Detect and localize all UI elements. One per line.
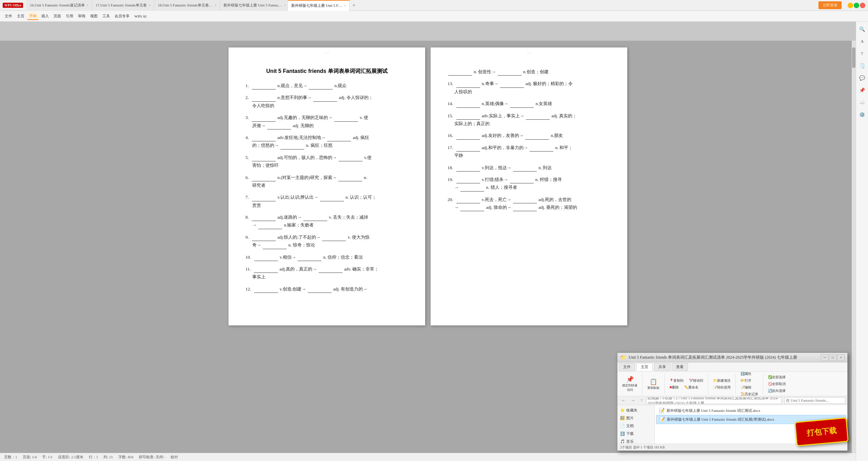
- minimize-button[interactable]: [848, 3, 853, 8]
- blank-18-1[interactable]: [456, 166, 480, 172]
- blank-3-2[interactable]: [334, 116, 358, 122]
- sidebar-font-icon[interactable]: A: [857, 37, 867, 46]
- blank-16-2[interactable]: [525, 134, 549, 140]
- fm-move-btn[interactable]: 📍 复制到: [667, 378, 686, 384]
- blank-11-1[interactable]: [254, 267, 278, 273]
- blank-1-1[interactable]: [252, 84, 276, 89]
- blank-9-2[interactable]: [322, 236, 346, 241]
- fm-ribbon-pin[interactable]: 📌 固定到快速访问: [620, 375, 639, 393]
- blank-17-2[interactable]: [530, 146, 553, 152]
- fm-properties-btn[interactable]: ℹ️ 属性: [738, 372, 760, 377]
- tab-4[interactable]: 新外研版七年级上册 Unit 5 Fantas… ×: [220, 0, 288, 11]
- fm-search-bar[interactable]: 在 Unit 5 Fantastic friends...: [784, 397, 845, 404]
- fm-file-1[interactable]: 📝 新外研版七年级上册 Unit 5 Fantastic friends 词汇测…: [656, 406, 846, 415]
- blank-13-2[interactable]: [500, 82, 524, 88]
- sidebar-settings-icon[interactable]: ⚙️: [857, 110, 867, 119]
- fm-path-bar[interactable]: 此电脑 › 3-试卷 › 2 › Unit 5 Fantastic friend…: [646, 397, 782, 404]
- fm-tab-home[interactable]: 主页: [636, 363, 653, 371]
- add-tab-button[interactable]: +: [350, 0, 358, 11]
- menu-insert[interactable]: 插入: [39, 13, 51, 20]
- sidebar-text-icon[interactable]: T: [857, 49, 867, 58]
- menu-view[interactable]: 视图: [88, 13, 100, 20]
- blank-4-3[interactable]: [280, 144, 304, 149]
- sidebar-note-icon[interactable]: 🗒️: [857, 61, 867, 71]
- download-badge[interactable]: 打包下载: [794, 417, 849, 446]
- tab-5-close[interactable]: ×: [344, 4, 346, 7]
- scroll-thumb[interactable]: [852, 47, 855, 68]
- login-button[interactable]: 立即登录: [818, 1, 842, 9]
- menu-file[interactable]: 文件: [3, 13, 14, 20]
- blank-3-3[interactable]: [267, 124, 291, 129]
- menu-reference[interactable]: 引用: [64, 13, 75, 20]
- fm-delete-btn[interactable]: ✖ 删除: [667, 384, 681, 390]
- fm-close-btn[interactable]: ×: [837, 354, 845, 361]
- blank-9-3[interactable]: [263, 244, 287, 249]
- sidebar-comment-icon[interactable]: 💬: [857, 73, 867, 83]
- wps-logo[interactable]: WPS Office: [3, 3, 23, 8]
- tab-5[interactable]: 新外研版七年级上册 Unit 5 F… ×: [288, 0, 350, 11]
- blank-8-1[interactable]: [252, 216, 276, 221]
- fm-up-btn[interactable]: ↑: [638, 397, 645, 404]
- vertical-scrollbar[interactable]: [852, 41, 856, 453]
- menu-tools[interactable]: 工具: [100, 13, 112, 20]
- blank-1-2[interactable]: [309, 84, 333, 89]
- blank-6-1[interactable]: [252, 176, 276, 181]
- tab-2-close[interactable]: ×: [149, 3, 151, 7]
- blank-7-2[interactable]: [320, 196, 344, 201]
- blank-20-1[interactable]: [456, 198, 480, 203]
- fm-select-all-btn[interactable]: ✅ 全部选择: [766, 374, 788, 380]
- fm-deselect-btn[interactable]: 🚫 全部取消: [766, 381, 788, 387]
- blank-5-1[interactable]: [252, 156, 276, 161]
- blank-6-2[interactable]: [338, 176, 362, 181]
- menu-vip[interactable]: 会员专享: [113, 13, 132, 20]
- fm-edit-btn[interactable]: 📝 编辑: [738, 384, 760, 390]
- blank-15-1[interactable]: [456, 114, 480, 120]
- fm-tab-view[interactable]: 查看: [672, 363, 688, 371]
- blank-20-2[interactable]: [513, 198, 537, 203]
- blank-8-3[interactable]: [258, 224, 282, 229]
- fm-favorites[interactable]: ⭐ 收藏夹: [617, 406, 654, 414]
- blank-19-2[interactable]: [510, 178, 534, 183]
- sidebar-cloud-icon[interactable]: ☁️: [857, 98, 867, 107]
- fm-documents[interactable]: 📄 文档: [617, 422, 654, 430]
- blank-14-1[interactable]: [456, 102, 480, 108]
- blank-12b-2[interactable]: [498, 70, 521, 76]
- blank-4-1[interactable]: [252, 136, 276, 141]
- tab-3[interactable]: 18.Unit 5 Fantastic friends单元卷… ×: [154, 0, 220, 11]
- blank-19-1[interactable]: [456, 178, 480, 183]
- blank-10-2[interactable]: [298, 256, 321, 261]
- maximize-button[interactable]: [854, 3, 859, 8]
- fm-history-btn[interactable]: 📜 历史记录: [738, 391, 760, 397]
- blank-17-1[interactable]: [456, 146, 480, 152]
- blank-18-2[interactable]: [513, 166, 537, 172]
- tab-1[interactable]: 16.Unit 5 Fantastic friends速记清单 ×: [26, 0, 92, 11]
- blank-7-1[interactable]: [252, 196, 276, 201]
- menu-start[interactable]: 开始: [27, 12, 39, 20]
- blank-13-1[interactable]: [456, 82, 480, 88]
- blank-19-3[interactable]: [460, 186, 484, 192]
- blank-20-4[interactable]: [513, 206, 537, 211]
- blank-12-1[interactable]: [254, 287, 278, 293]
- menu-home[interactable]: 主页: [15, 13, 26, 20]
- blank-15-2[interactable]: [526, 114, 550, 120]
- sidebar-search-icon[interactable]: 🔍: [857, 24, 867, 34]
- fm-rename-btn[interactable]: ✏️ 重命名: [682, 384, 701, 390]
- blank-10-1[interactable]: [254, 256, 278, 261]
- fm-ribbon-copy-paste[interactable]: 📋 复制粘贴: [645, 377, 662, 391]
- blank-20-3[interactable]: [460, 206, 484, 211]
- close-button[interactable]: [860, 3, 865, 8]
- fm-tab-share[interactable]: 共享: [654, 363, 670, 371]
- tab-4-close[interactable]: ×: [284, 3, 286, 7]
- fm-open-btn[interactable]: 📂 打开: [738, 378, 760, 384]
- blank-12-2[interactable]: [308, 287, 332, 293]
- fm-invert-btn[interactable]: 🔄 反向选择: [766, 388, 788, 394]
- fm-tab-file[interactable]: 文件: [619, 363, 635, 371]
- menu-review[interactable]: 审阅: [76, 13, 87, 20]
- tab-2[interactable]: 17.Unit 5 Fantastic friends单元卷 ×: [92, 0, 154, 11]
- tab-1-close[interactable]: ×: [87, 3, 89, 7]
- blank-2-2[interactable]: [313, 96, 337, 102]
- blank-4-2[interactable]: [327, 136, 351, 141]
- blank-11-2[interactable]: [319, 267, 342, 273]
- fm-easy-access-btn[interactable]: 📝 轻松使用: [711, 384, 733, 390]
- blank-12b-1[interactable]: [448, 70, 472, 76]
